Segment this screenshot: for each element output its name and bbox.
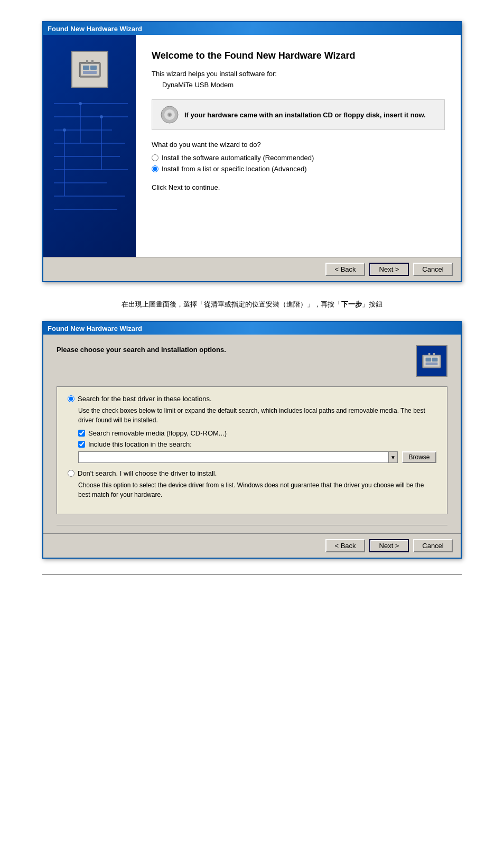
options-header: Please choose your search and installati… [57, 345, 447, 377]
svg-rect-4 [83, 71, 97, 74]
wizard-body-welcome: Welcome to the Found New Hardware Wizard… [43, 35, 461, 257]
location-row: D:\driver\ADU-2120B ▼ Browse [78, 451, 436, 463]
title-bar-label-1: Found New Hardware Wizard [48, 25, 142, 33]
radio-auto-label: Install the software automatically (Reco… [162, 154, 314, 162]
svg-rect-5 [86, 60, 88, 63]
svg-rect-2 [83, 66, 89, 70]
location-input[interactable]: D:\driver\ADU-2120B [78, 451, 388, 463]
svg-rect-3 [90, 66, 97, 70]
radio-search-label: Search for the best driver in these loca… [78, 395, 212, 403]
sidebar-icon-box [71, 51, 108, 88]
radio-nosearch[interactable] [68, 470, 74, 477]
svg-point-19 [79, 102, 82, 105]
radio-option-2[interactable]: Install from a list or specific location… [152, 165, 445, 173]
svg-rect-31 [428, 353, 431, 355]
question-text: What do you want the wizard to do? [152, 141, 445, 149]
svg-rect-29 [432, 358, 438, 362]
bottom-rule [42, 575, 462, 575]
svg-point-21 [63, 128, 66, 132]
next-button-2[interactable]: Next > [369, 539, 409, 552]
location-combo: D:\driver\ADU-2120B ▼ [78, 451, 398, 463]
radio-search-row[interactable]: Search for the best driver in these loca… [68, 395, 436, 403]
checkbox-removable[interactable] [78, 430, 85, 437]
next-button-1[interactable]: Next > [369, 263, 409, 276]
radio-nosearch-desc: Choose this option to select the device … [78, 480, 436, 499]
back-button-1[interactable]: < Back [325, 263, 365, 276]
radio-nosearch-row[interactable]: Don't search. I will choose the driver t… [68, 469, 436, 477]
wizard-sidebar [43, 35, 136, 257]
radio-nosearch-label: Don't search. I will choose the driver t… [78, 469, 217, 477]
radio-manual[interactable] [152, 165, 158, 172]
radio-section-search: Search for the best driver in these loca… [68, 395, 436, 463]
checkbox-location-label: Include this location in the search: [88, 440, 192, 448]
wizard-footer-1: < Back Next > Cancel [43, 257, 461, 281]
radio-auto[interactable] [152, 154, 158, 161]
title-bar-2: Found New Hardware Wizard [43, 322, 461, 335]
browse-button[interactable]: Browse [402, 451, 436, 463]
title-bar-label-2: Found New Hardware Wizard [48, 325, 142, 332]
wizard-content-1: Welcome to the Found New Hardware Wizard… [136, 35, 461, 257]
svg-rect-28 [426, 358, 432, 362]
location-combo-arrow[interactable]: ▼ [388, 451, 398, 463]
title-bar-1: Found New Hardware Wizard [43, 22, 461, 35]
checkbox-location-row[interactable]: Include this location in the search: [78, 440, 436, 448]
svg-rect-6 [91, 60, 94, 63]
options-title: Please choose your search and installati… [57, 345, 226, 355]
welcome-title: Welcome to the Found New Hardware Wizard [152, 50, 445, 62]
cd-notice: If your hardware came with an installati… [152, 99, 445, 130]
cd-notice-text: If your hardware came with an installati… [184, 111, 426, 119]
back-button-2[interactable]: < Back [325, 539, 365, 552]
checkbox-location[interactable] [78, 441, 85, 448]
checkbox-removable-row[interactable]: Search removable media (floppy, CD-ROM..… [78, 429, 436, 437]
wizard-footer-2: < Back Next > Cancel [43, 533, 461, 558]
wizard-window-1: Found New Hardware Wizard [42, 21, 462, 282]
hardware-icon [77, 56, 103, 82]
device-name: DynaMiTe USB Modem [162, 81, 445, 89]
radio-option-1[interactable]: Install the software automatically (Reco… [152, 154, 445, 162]
sidebar-decoration-svg [43, 93, 136, 241]
options-panel: Search for the best driver in these loca… [57, 386, 447, 514]
radio-section-nosearch: Don't search. I will choose the driver t… [68, 469, 436, 499]
between-line1: 在出現上圖畫面後，選擇「從清單或指定的位置安裝（進階）」，再按 [122, 300, 334, 308]
cd-icon [160, 105, 179, 124]
cancel-button-2[interactable]: Cancel [413, 539, 453, 552]
sidebar-art [43, 35, 136, 257]
wizard-body-options: Please choose your search and installati… [43, 335, 461, 533]
radio-search-desc: Use the check boxes below to limit or ex… [78, 406, 436, 425]
wizard-window-2: Found New Hardware Wizard Please choose … [42, 321, 462, 559]
svg-point-20 [100, 115, 103, 118]
welcome-subtitle: This wizard helps you install software f… [152, 70, 445, 78]
options-icon-box [416, 345, 447, 377]
options-hw-icon [420, 349, 443, 373]
cancel-button-1[interactable]: Cancel [413, 263, 453, 276]
checkbox-removable-label: Search removable media (floppy, CD-ROM..… [88, 429, 227, 437]
svg-point-25 [169, 114, 171, 116]
svg-rect-32 [433, 353, 435, 355]
radio-manual-label: Install from a list or specific location… [162, 165, 307, 173]
svg-rect-30 [426, 363, 438, 365]
radio-search[interactable] [68, 395, 74, 402]
click-next-text: Click Next to continue. [152, 183, 445, 191]
between-wizard-text: 在出現上圖畫面後，選擇「從清單或指定的位置安裝（進階）」，再按「下一步」按鈕 [42, 298, 462, 310]
separator-line [57, 525, 447, 525]
